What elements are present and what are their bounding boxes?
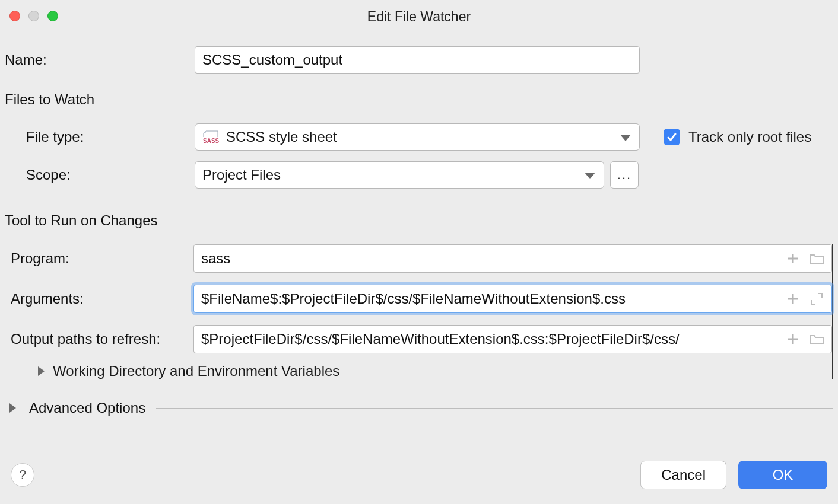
svg-marker-1 bbox=[204, 131, 206, 133]
cancel-button[interactable]: Cancel bbox=[640, 461, 726, 489]
cancel-button-label: Cancel bbox=[661, 467, 706, 483]
insert-macro-icon[interactable] bbox=[785, 331, 801, 347]
insert-macro-icon[interactable] bbox=[785, 251, 801, 266]
arguments-input[interactable] bbox=[201, 285, 782, 312]
sass-file-icon: SASS bbox=[202, 130, 220, 143]
insert-macro-icon[interactable] bbox=[785, 291, 801, 307]
section-advanced-label: Advanced Options bbox=[29, 400, 145, 416]
file-type-value: SCSS style sheet bbox=[226, 129, 337, 145]
name-input[interactable] bbox=[195, 46, 640, 74]
output-paths-field[interactable] bbox=[193, 325, 832, 353]
divider bbox=[156, 408, 833, 409]
program-field[interactable] bbox=[193, 244, 832, 273]
help-icon: ? bbox=[19, 467, 26, 483]
section-tool-to-run: Tool to Run on Changes bbox=[5, 212, 833, 229]
program-input[interactable] bbox=[201, 245, 782, 272]
ok-button-label: OK bbox=[773, 467, 793, 483]
name-label: Name: bbox=[5, 52, 195, 68]
svg-marker-5 bbox=[585, 173, 595, 179]
dialog-footer: ? Cancel OK bbox=[0, 457, 838, 504]
working-dir-expander[interactable]: Working Directory and Environment Variab… bbox=[5, 363, 832, 379]
window-title: Edit File Watcher bbox=[367, 2, 471, 25]
output-paths-label: Output paths to refresh: bbox=[5, 331, 193, 347]
section-files-to-watch: Files to Watch bbox=[5, 91, 833, 108]
arguments-field[interactable] bbox=[193, 285, 832, 313]
minimize-window-icon[interactable] bbox=[28, 11, 39, 21]
zoom-window-icon[interactable] bbox=[47, 11, 58, 21]
scope-browse-button[interactable]: ... bbox=[610, 161, 639, 189]
close-window-icon[interactable] bbox=[9, 11, 20, 21]
browse-folder-icon[interactable] bbox=[809, 251, 824, 266]
expand-right-icon bbox=[9, 403, 16, 413]
divider bbox=[169, 221, 833, 221]
chevron-down-icon bbox=[585, 167, 595, 183]
expand-icon[interactable] bbox=[809, 291, 824, 307]
output-paths-input[interactable] bbox=[201, 326, 782, 353]
ok-button[interactable]: OK bbox=[738, 461, 827, 489]
help-button[interactable]: ? bbox=[11, 463, 34, 487]
browse-folder-icon[interactable] bbox=[809, 331, 824, 347]
divider bbox=[105, 100, 833, 100]
svg-text:SASS: SASS bbox=[203, 138, 220, 144]
title-bar: Edit File Watcher bbox=[0, 0, 838, 26]
file-type-combo[interactable]: SASS SCSS style sheet bbox=[195, 123, 640, 151]
chevron-down-icon bbox=[620, 129, 631, 145]
program-label: Program: bbox=[5, 250, 193, 267]
track-root-label: Track only root files bbox=[688, 129, 811, 145]
scope-value: Project Files bbox=[202, 167, 281, 183]
section-advanced-options[interactable]: Advanced Options bbox=[5, 400, 833, 416]
window-controls bbox=[9, 11, 58, 21]
svg-marker-4 bbox=[620, 135, 631, 141]
scope-combo[interactable]: Project Files bbox=[195, 161, 604, 189]
working-dir-label: Working Directory and Environment Variab… bbox=[53, 363, 339, 379]
section-tool-to-run-label: Tool to Run on Changes bbox=[5, 212, 158, 229]
arguments-label: Arguments: bbox=[5, 291, 193, 307]
section-files-to-watch-label: Files to Watch bbox=[5, 91, 94, 108]
file-type-label: File type: bbox=[5, 129, 195, 145]
track-root-checkbox[interactable] bbox=[664, 129, 680, 145]
ellipsis-icon: ... bbox=[617, 167, 631, 183]
expand-right-icon bbox=[38, 366, 45, 376]
scope-label: Scope: bbox=[5, 167, 195, 183]
